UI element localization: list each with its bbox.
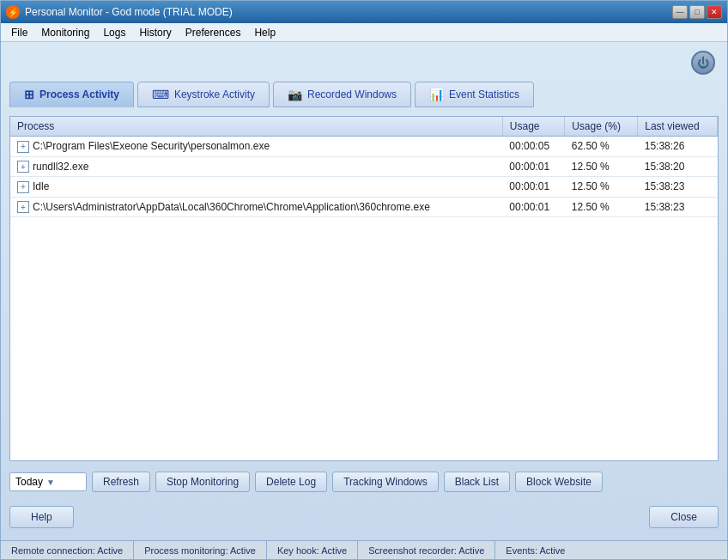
table-row[interactable]: +C:\Program Files\Exeone Security\person…: [10, 137, 718, 157]
tab-process-activity-label: Process Activity: [39, 88, 119, 100]
minimize-button[interactable]: —: [672, 5, 688, 19]
cell-process: +C:\Program Files\Exeone Security\person…: [10, 137, 502, 157]
cell-usage: 00:00:05: [502, 137, 564, 157]
col-usage-pct: Usage (%): [565, 117, 638, 137]
table-row[interactable]: +rundll32.exe00:00:0112.50 %15:38:20: [10, 156, 718, 177]
cell-process: +rundll32.exe: [10, 156, 502, 177]
tab-recorded-windows[interactable]: 📷 Recorded Windows: [273, 82, 411, 107]
process-table-container: Process Usage Usage (%) Last viewed +C:\…: [9, 116, 719, 461]
cell-usage-pct: 12.50 %: [565, 197, 638, 217]
tab-keystroke-activity[interactable]: ⌨ Keystroke Activity: [137, 82, 270, 107]
main-content: ⏻ ⊞ Process Activity ⌨ Keystroke Activit…: [1, 42, 727, 540]
title-bar: ⚡ Personal Monitor - God mode (TRIAL MOD…: [1, 1, 727, 23]
app-icon: ⚡: [6, 5, 20, 19]
cell-usage-pct: 12.50 %: [565, 156, 638, 177]
dropdown-arrow-icon: ▼: [46, 478, 55, 487]
power-icon[interactable]: ⏻: [691, 51, 715, 75]
top-area: ⏻: [9, 51, 719, 75]
tab-event-statistics-label: Event Statistics: [449, 88, 519, 100]
close-button[interactable]: Close: [649, 506, 719, 528]
col-process: Process: [10, 117, 502, 137]
cell-process: +Idle: [10, 177, 502, 198]
refresh-button[interactable]: Refresh: [92, 472, 150, 492]
menu-help[interactable]: Help: [247, 25, 282, 40]
main-window: ⚡ Personal Monitor - God mode (TRIAL MOD…: [0, 0, 728, 560]
status-remote: Remote connection: Active: [1, 541, 134, 559]
today-label: Today: [15, 476, 43, 488]
tab-bar: ⊞ Process Activity ⌨ Keystroke Activity …: [9, 82, 719, 107]
cell-last-viewed: 15:38:23: [638, 197, 718, 217]
help-close-bar: Help Close: [9, 502, 719, 532]
process-activity-icon: ⊞: [24, 88, 34, 101]
table-row[interactable]: +Idle00:00:0112.50 %15:38:23: [10, 177, 718, 198]
row-expander-icon[interactable]: +: [17, 201, 29, 213]
cell-last-viewed: 15:38:26: [638, 137, 718, 157]
tracking-windows-button[interactable]: Tracking Windows: [332, 472, 439, 492]
window-close-button[interactable]: ✕: [707, 5, 722, 19]
delete-log-button[interactable]: Delete Log: [255, 472, 327, 492]
maximize-button[interactable]: □: [689, 5, 705, 19]
cell-process: +C:\Users\Administrator\AppData\Local\36…: [10, 197, 502, 217]
tab-event-statistics[interactable]: 📊 Event Statistics: [415, 82, 534, 107]
menu-history[interactable]: History: [132, 25, 178, 40]
recorded-windows-icon: 📷: [288, 88, 302, 101]
menu-bar: File Monitoring Logs History Preferences…: [1, 23, 727, 42]
title-bar-controls: — □ ✕: [672, 5, 722, 19]
menu-logs[interactable]: Logs: [96, 25, 132, 40]
cell-usage: 00:00:01: [502, 197, 564, 217]
help-button[interactable]: Help: [9, 506, 74, 528]
menu-monitoring[interactable]: Monitoring: [34, 25, 96, 40]
status-screenshot: Screenshot recorder: Active: [358, 541, 495, 559]
cell-usage: 00:00:01: [502, 177, 564, 198]
cell-usage-pct: 12.50 %: [565, 177, 638, 198]
menu-preferences[interactable]: Preferences: [179, 25, 248, 40]
title-bar-left: ⚡ Personal Monitor - God mode (TRIAL MOD…: [6, 5, 233, 19]
cell-last-viewed: 15:38:23: [638, 177, 718, 198]
row-expander-icon[interactable]: +: [17, 161, 29, 173]
black-list-button[interactable]: Black List: [444, 472, 510, 492]
tab-process-activity[interactable]: ⊞ Process Activity: [9, 82, 134, 107]
tab-recorded-windows-label: Recorded Windows: [307, 88, 397, 100]
cell-last-viewed: 15:38:20: [638, 156, 718, 177]
status-process: Process monitoring: Active: [134, 541, 267, 559]
process-table: Process Usage Usage (%) Last viewed +C:\…: [10, 117, 718, 217]
menu-file[interactable]: File: [4, 25, 34, 40]
table-row[interactable]: +C:\Users\Administrator\AppData\Local\36…: [10, 197, 718, 217]
table-header-row: Process Usage Usage (%) Last viewed: [10, 117, 718, 137]
block-website-button[interactable]: Block Website: [515, 472, 603, 492]
keystroke-icon: ⌨: [152, 88, 169, 101]
window-title: Personal Monitor - God mode (TRIAL MODE): [25, 6, 233, 18]
stop-monitoring-button[interactable]: Stop Monitoring: [155, 472, 250, 492]
status-bar: Remote connection: Active Process monito…: [1, 540, 727, 559]
col-usage: Usage: [502, 117, 564, 137]
tab-keystroke-activity-label: Keystroke Activity: [174, 88, 255, 100]
date-filter-dropdown[interactable]: Today ▼: [9, 472, 87, 491]
bottom-action-bar: Today ▼ Refresh Stop Monitoring Delete L…: [9, 468, 719, 496]
cell-usage: 00:00:01: [502, 156, 564, 177]
event-statistics-icon: 📊: [429, 88, 444, 101]
row-expander-icon[interactable]: +: [17, 181, 29, 193]
status-events: Events: Active: [495, 541, 575, 559]
status-keyhook: Key hook: Active: [267, 541, 358, 559]
row-expander-icon[interactable]: +: [17, 141, 29, 153]
cell-usage-pct: 62.50 %: [565, 137, 638, 157]
col-last-viewed: Last viewed: [638, 117, 718, 137]
